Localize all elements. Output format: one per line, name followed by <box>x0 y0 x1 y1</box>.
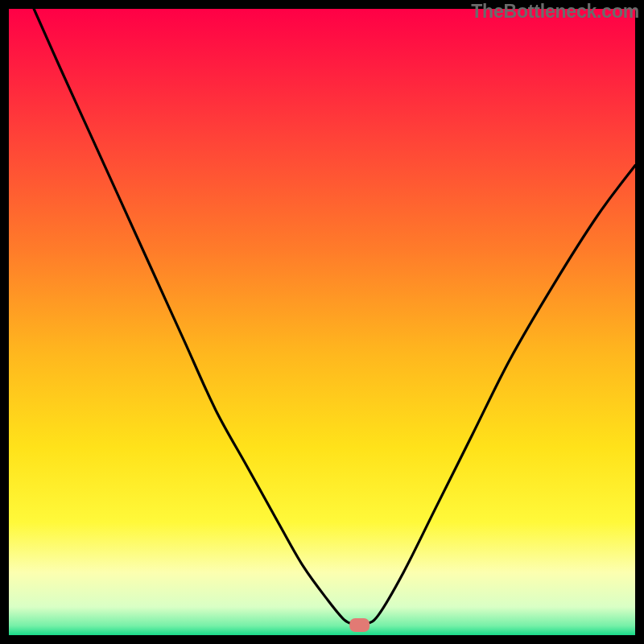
plot-area <box>9 9 635 635</box>
chart-frame <box>9 9 635 635</box>
optimal-point <box>349 618 369 632</box>
watermark-text: TheBottleneck.com <box>471 1 639 23</box>
curve-layer <box>9 9 635 635</box>
bottleneck-curve <box>34 9 635 625</box>
